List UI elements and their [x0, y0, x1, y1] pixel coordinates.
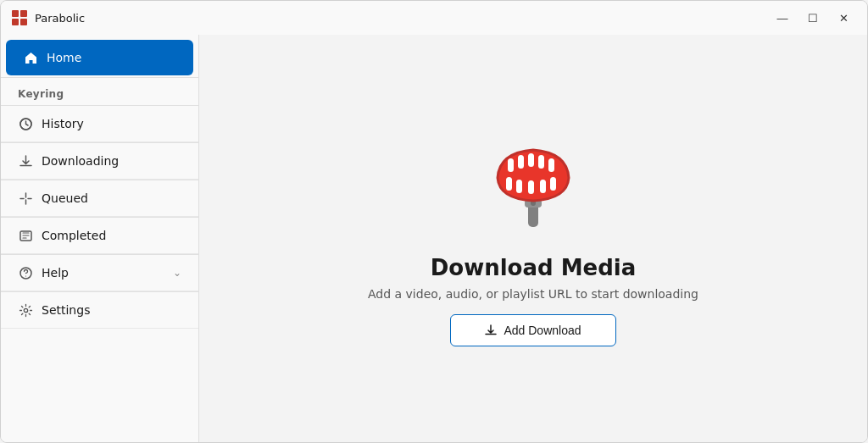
close-button[interactable]: ✕	[830, 8, 857, 28]
svg-rect-15	[518, 155, 524, 169]
download-btn-icon	[485, 324, 497, 336]
completed-label: Completed	[42, 229, 181, 242]
svg-rect-23	[550, 177, 556, 191]
empty-state: Download Media Add a video, audio, or pl…	[368, 131, 698, 346]
help-icon	[18, 265, 33, 280]
sidebar-item-home[interactable]: Home	[6, 40, 193, 75]
empty-state-subtitle: Add a video, audio, or playlist URL to s…	[368, 287, 698, 301]
app-title: Parabolic	[35, 12, 85, 25]
home-label: Home	[47, 51, 176, 64]
svg-rect-2	[12, 19, 19, 25]
main-panel: Download Media Add a video, audio, or pl…	[199, 35, 867, 442]
svg-rect-17	[538, 155, 544, 169]
svg-rect-22	[540, 180, 546, 193]
completed-icon	[18, 228, 33, 243]
home-icon	[23, 50, 38, 65]
add-download-button[interactable]: Add Download	[450, 314, 615, 346]
svg-rect-3	[20, 19, 27, 25]
sidebar-item-downloading[interactable]: Downloading	[1, 143, 198, 180]
svg-rect-0	[12, 10, 19, 17]
sidebar-item-completed[interactable]: Completed	[1, 218, 198, 254]
svg-rect-21	[528, 180, 534, 194]
sidebar: Home Keyring History	[1, 35, 199, 442]
settings-icon	[18, 302, 33, 318]
keyring-section: Keyring	[1, 78, 198, 105]
sidebar-item-settings[interactable]: Settings	[1, 292, 198, 329]
sidebar-item-help[interactable]: Help ⌄	[1, 255, 198, 291]
history-icon	[18, 116, 33, 131]
svg-rect-18	[548, 158, 554, 172]
svg-rect-16	[528, 153, 534, 167]
empty-state-title: Download Media	[431, 255, 637, 280]
app-window: Parabolic — ☐ ✕ Home Keyring	[0, 0, 868, 443]
help-label: Help	[42, 266, 164, 280]
media-icon-wrapper	[478, 131, 588, 241]
content-area: Home Keyring History	[1, 35, 867, 442]
queued-icon	[18, 191, 33, 206]
sidebar-item-queued[interactable]: Queued	[1, 180, 198, 217]
titlebar-controls: — ☐ ✕	[769, 8, 857, 28]
svg-rect-20	[516, 180, 522, 193]
maximize-button[interactable]: ☐	[799, 8, 826, 28]
svg-point-9	[24, 308, 27, 312]
titlebar: Parabolic — ☐ ✕	[1, 1, 867, 35]
satellite-dish-icon	[482, 131, 584, 241]
sidebar-item-history[interactable]: History	[1, 106, 198, 142]
downloading-label: Downloading	[42, 154, 181, 168]
queued-label: Queued	[42, 191, 181, 205]
svg-rect-19	[506, 177, 512, 191]
add-download-label: Add Download	[504, 324, 581, 337]
app-logo-icon	[11, 9, 28, 26]
settings-label: Settings	[42, 303, 181, 317]
download-icon	[18, 153, 33, 169]
titlebar-left: Parabolic	[11, 9, 85, 26]
history-label: History	[42, 117, 181, 130]
help-chevron-icon: ⌄	[173, 267, 181, 279]
svg-rect-14	[508, 158, 514, 172]
minimize-button[interactable]: —	[769, 8, 796, 28]
svg-point-8	[25, 275, 25, 276]
svg-rect-1	[20, 10, 27, 17]
